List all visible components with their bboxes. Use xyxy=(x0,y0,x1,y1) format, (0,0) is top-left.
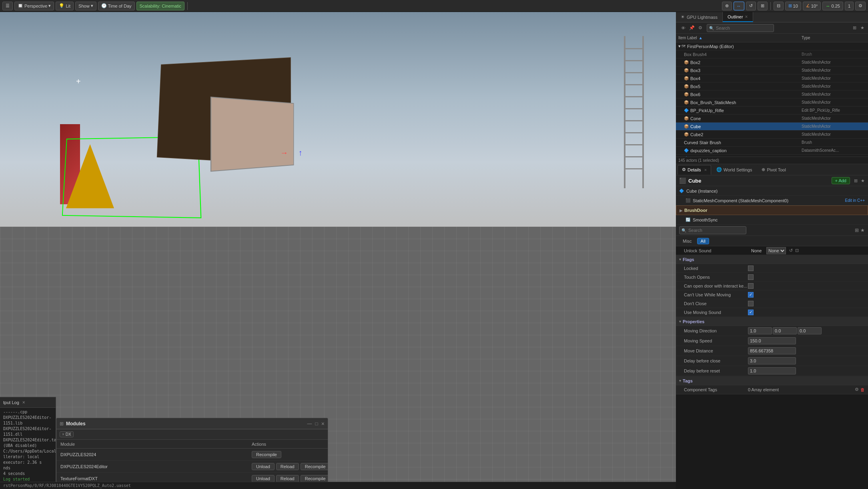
outliner-search-input[interactable] xyxy=(707,24,774,32)
filter-all[interactable]: All xyxy=(697,238,709,244)
tags-delete-icon[interactable]: 🗑 xyxy=(860,387,865,392)
outliner-item-boxbrush[interactable]: 📦 Box_Brush_StaticMesh StaticMeshActor xyxy=(676,99,868,107)
flags-header[interactable]: ▾ Flags xyxy=(676,255,868,264)
angle-snap-btn[interactable]: ∠ 10° xyxy=(803,2,821,10)
reload-btn-1[interactable]: Reload xyxy=(276,463,299,470)
unload-btn-1[interactable]: Unload xyxy=(252,463,275,470)
cant-use-moving-checkbox[interactable] xyxy=(748,292,754,298)
output-log-tab[interactable]: tput Log × xyxy=(0,397,56,408)
outliner-item-rifle[interactable]: 🔷 BP_PickUp_Rifle Edit BP_PickUp_Rifle xyxy=(676,107,868,115)
outliner-root[interactable]: ▾ 🗺 FirstPersonMap (Editor) xyxy=(676,42,868,50)
grid-snap-btn[interactable]: ⊞ 10 xyxy=(785,2,801,10)
hamburger-menu[interactable]: ☰ xyxy=(2,2,13,10)
caption-label: dxpuzzles_caption xyxy=(690,148,802,153)
outliner-close[interactable]: × xyxy=(745,14,748,20)
table-view-icon[interactable]: ⊞ xyxy=(855,227,859,233)
tab-pivot-tool[interactable]: ⊕ Pivot Tool xyxy=(757,165,790,175)
tags-add-icon[interactable]: ⚙ xyxy=(855,387,859,392)
dont-close-checkbox[interactable] xyxy=(748,301,754,306)
settings-btn[interactable]: ⚙ xyxy=(855,2,866,10)
unlock-clear-btn[interactable]: ⊡ xyxy=(795,248,799,253)
moving-dir-z[interactable] xyxy=(798,327,822,334)
outliner-item-cube2[interactable]: 📦 Cube2 StaticMeshActor xyxy=(676,131,868,139)
x-axis-arrow[interactable]: → xyxy=(280,148,288,157)
delay-before-reset-input[interactable] xyxy=(748,367,796,374)
outliner-item-box5[interactable]: 📦 Box5 StaticMeshActor xyxy=(676,83,868,91)
tab-details[interactable]: ⚙ Details × xyxy=(678,165,711,175)
gear-icon[interactable]: ⚙ xyxy=(697,25,704,31)
select-mode-btn[interactable]: ⊕ xyxy=(722,2,732,10)
rifle-type[interactable]: Edit BP_PickUp_Rifle xyxy=(802,108,866,113)
eye-icon[interactable]: 👁 xyxy=(680,25,687,31)
boxtop-label: Box Brush4 xyxy=(684,52,802,57)
move-distance-input[interactable] xyxy=(748,347,796,354)
use-moving-sound-checkbox[interactable] xyxy=(748,310,754,315)
outliner-item-boxtop[interactable]: Box Brush4 Brush xyxy=(676,50,868,58)
camera-speed-btn[interactable]: 1 xyxy=(845,2,854,10)
modules-close[interactable]: × xyxy=(321,421,325,427)
transform-widget[interactable]: → ↑ xyxy=(280,148,303,157)
scale-snap-btn[interactable]: ↔ 0.25 xyxy=(822,2,843,10)
show-btn[interactable]: Show ▾ xyxy=(75,2,96,10)
modules-minimize[interactable]: — xyxy=(307,421,312,427)
z-axis-arrow[interactable]: ↑ xyxy=(299,148,303,157)
perspective-btn[interactable]: 🔲 Perspective ▾ xyxy=(14,2,54,10)
add-component-btn[interactable]: + Add xyxy=(832,177,850,184)
tab-gpu-lightmass[interactable]: ☀ GPU Lightmass xyxy=(676,12,723,22)
lit-btn[interactable]: 💡 Lit xyxy=(56,2,74,10)
viewport[interactable]: + → ↑ X Y Z tput Log × ------.cpp xyxy=(0,12,676,489)
translate-btn[interactable]: ↔ xyxy=(734,2,744,10)
delay-before-close-input[interactable] xyxy=(748,357,796,364)
moving-speed-input[interactable] xyxy=(748,337,796,344)
modules-maximize[interactable]: □ xyxy=(315,421,318,427)
dx-close[interactable]: × xyxy=(62,432,64,437)
outliner-item-caption[interactable]: 🔷 dxpuzzles_caption DatasmithSceneAc... xyxy=(676,147,868,155)
properties-header[interactable]: ▾ Properties xyxy=(676,317,868,326)
grid-view-btn[interactable]: ⊞ xyxy=(854,178,858,183)
scale-btn[interactable]: ⊞ xyxy=(758,2,768,10)
tab-outliner[interactable]: Outliner × xyxy=(723,12,753,22)
tags-header[interactable]: ▾ Tags xyxy=(676,376,868,385)
tab-world-settings[interactable]: 🌐 World Settings xyxy=(712,165,756,175)
recompile-btn-2[interactable]: Recompile xyxy=(301,475,328,482)
filter-misc[interactable]: Misc xyxy=(679,238,696,244)
unlock-browse-btn[interactable]: ↺ xyxy=(789,248,793,253)
outliner-item-box3[interactable]: 📦 Box3 StaticMeshActor xyxy=(676,66,868,74)
moving-dir-y[interactable] xyxy=(773,327,797,334)
details-search-input[interactable] xyxy=(679,226,746,234)
star-btn[interactable]: ★ xyxy=(861,178,865,183)
cube-icon-detail: ⬛ xyxy=(679,177,686,184)
unload-btn-2[interactable]: Unload xyxy=(252,475,275,482)
locked-checkbox[interactable] xyxy=(748,266,754,271)
filter-icon[interactable]: ⊞ xyxy=(852,25,858,31)
outliner-item-cone[interactable]: 📦 Cone StaticMeshActor xyxy=(676,115,868,123)
reload-btn-2[interactable]: Reload xyxy=(276,475,299,482)
outliner-item-box4[interactable]: 📦 Box4 StaticMeshActor xyxy=(676,74,868,83)
locked-value xyxy=(748,266,865,271)
settings-icon[interactable]: ★ xyxy=(859,25,866,31)
unlock-sound-dropdown[interactable]: None xyxy=(766,247,786,254)
time-of-day-btn[interactable]: 🕐 Time of Day xyxy=(98,2,135,10)
outliner-list[interactable]: ▾ 🗺 FirstPersonMap (Editor) Box Brush4 B… xyxy=(676,42,868,157)
star-filter-icon[interactable]: ★ xyxy=(860,227,865,233)
recompile-btn-1[interactable]: Recompile xyxy=(301,463,328,470)
recompile-btn-0[interactable]: Recompile xyxy=(252,451,281,458)
edit-cpp-btn[interactable]: Edit in C++ xyxy=(845,198,865,203)
viewport-layout-btn[interactable]: ⊟ xyxy=(774,2,784,10)
pin-icon[interactable]: 📌 xyxy=(688,25,696,31)
touch-opens-checkbox[interactable] xyxy=(748,274,754,280)
brushdoor-header[interactable]: ▶ BrushDoor xyxy=(676,205,868,215)
outliner-item-box2[interactable]: 📦 Box2 StaticMeshActor xyxy=(676,58,868,66)
can-open-door-checkbox[interactable] xyxy=(748,283,754,289)
outliner-item-cube[interactable]: 📦 Cube StaticMeshActor xyxy=(676,123,868,131)
static-mesh-comp: StaticMeshComponent (StaticMeshComponent… xyxy=(693,198,845,203)
details-close[interactable]: × xyxy=(704,167,707,172)
output-log-close[interactable]: × xyxy=(22,400,25,405)
outliner-item-box6[interactable]: 📦 Box6 StaticMeshActor xyxy=(676,91,868,99)
outliner-item-stair[interactable]: Curved Stair Brush Brush xyxy=(676,139,868,147)
scalability-btn[interactable]: Scalability: Cinematic xyxy=(136,2,185,10)
brushdoor-arrow: ▶ xyxy=(680,208,683,213)
moving-dir-x[interactable] xyxy=(748,327,772,334)
boxbrush-icon: 📦 xyxy=(684,100,689,105)
rotate-btn[interactable]: ↺ xyxy=(746,2,756,10)
